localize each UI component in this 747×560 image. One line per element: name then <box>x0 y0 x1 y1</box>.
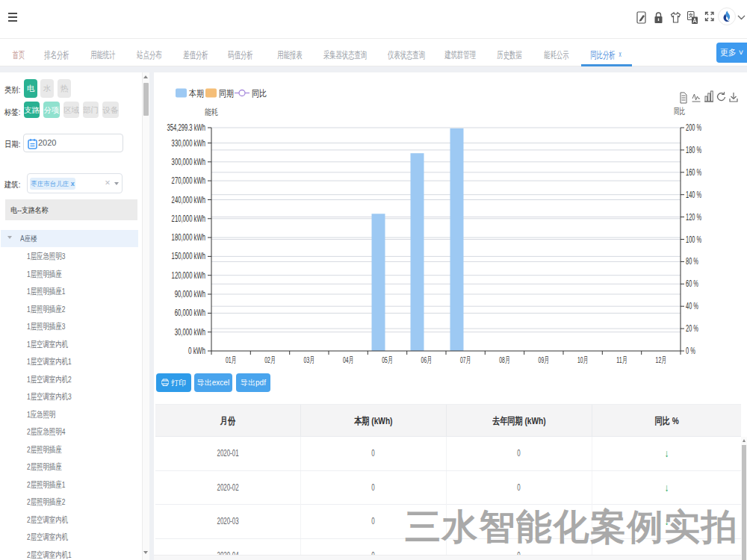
svg-text:0 %: 0 % <box>686 346 695 356</box>
svg-text:01月: 01月 <box>226 355 236 364</box>
svg-text:30,000 kWh: 30,000 kWh <box>175 327 205 337</box>
svg-text:210,000 kWh: 210,000 kWh <box>172 214 205 224</box>
svg-text:300,000 kWh: 300,000 kWh <box>172 157 205 167</box>
svg-text:160 %: 160 % <box>686 167 701 178</box>
svg-text:354,299.3 kWh: 354,299.3 kWh <box>167 122 206 133</box>
svg-text:40 %: 40 % <box>686 301 698 311</box>
svg-text:270,000 kWh: 270,000 kWh <box>172 175 205 186</box>
svg-text:180 %: 180 % <box>686 145 701 155</box>
svg-text:03月: 03月 <box>304 355 314 364</box>
svg-text:能耗: 能耗 <box>205 108 218 116</box>
svg-text:同比: 同比 <box>674 107 685 116</box>
svg-text:10月: 10月 <box>577 355 588 364</box>
svg-text:180,000 kWh: 180,000 kWh <box>172 232 205 243</box>
svg-text:04月: 04月 <box>343 355 353 364</box>
svg-text:05月: 05月 <box>382 355 392 364</box>
svg-text:0 kWh: 0 kWh <box>188 346 205 356</box>
svg-text:200 %: 200 % <box>686 122 701 133</box>
svg-text:60,000 kWh: 60,000 kWh <box>175 308 205 318</box>
svg-text:150,000 kWh: 150,000 kWh <box>172 251 205 261</box>
svg-text:140 %: 140 % <box>686 190 701 200</box>
svg-text:240,000 kWh: 240,000 kWh <box>172 195 205 205</box>
svg-text:06月: 06月 <box>421 355 432 364</box>
svg-text:11月: 11月 <box>616 355 627 364</box>
svg-text:同比: 同比 <box>252 88 267 99</box>
svg-text:90,000 kWh: 90,000 kWh <box>175 289 205 299</box>
svg-text:08月: 08月 <box>499 355 509 364</box>
svg-text:120 %: 120 % <box>686 212 701 223</box>
svg-text:同期: 同期 <box>219 88 234 99</box>
svg-text:02月: 02月 <box>264 355 275 364</box>
svg-text:80 %: 80 % <box>686 256 698 267</box>
svg-text:330,000 kWh: 330,000 kWh <box>172 138 205 149</box>
svg-text:100 %: 100 % <box>686 234 701 245</box>
svg-text:12月: 12月 <box>656 355 666 364</box>
svg-text:60 %: 60 % <box>686 279 698 289</box>
svg-text:07月: 07月 <box>460 355 471 364</box>
svg-text:09月: 09月 <box>539 355 549 364</box>
svg-text:本期: 本期 <box>188 88 204 99</box>
svg-text:20 %: 20 % <box>686 323 698 334</box>
svg-text:120,000 kWh: 120,000 kWh <box>172 270 205 281</box>
